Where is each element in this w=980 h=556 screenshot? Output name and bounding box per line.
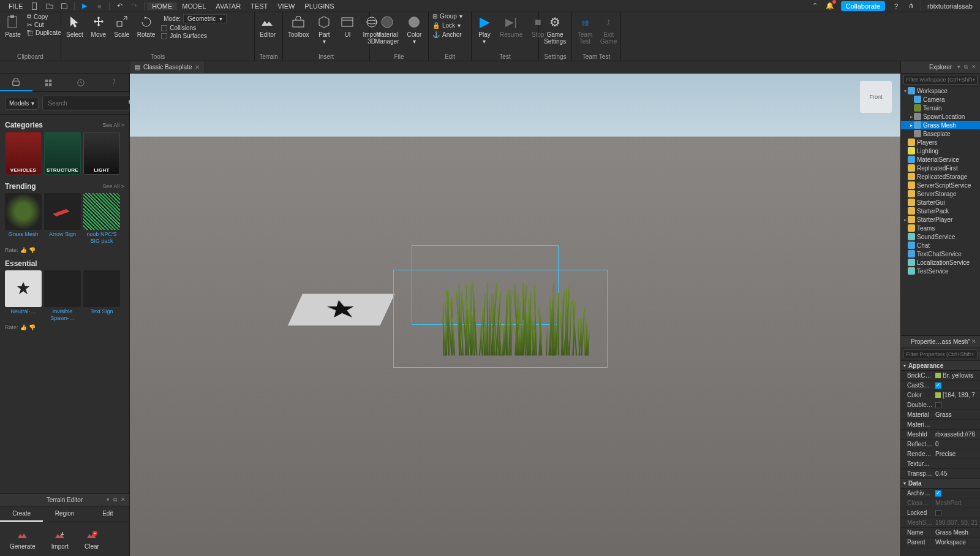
collisions-check[interactable]: Collisions — [161, 25, 229, 31]
essential-item-1[interactable]: Neutral-… — [5, 270, 42, 323]
tab-home[interactable]: HOME — [147, 2, 177, 10]
property-row[interactable]: MaterialGrass — [901, 410, 980, 420]
tab-view[interactable]: VIEW — [273, 2, 300, 10]
property-row[interactable]: Double… — [901, 400, 980, 410]
terrain-popout-icon[interactable]: ⧉ — [112, 497, 118, 503]
tree-row[interactable]: ReplicatedFirst — [901, 164, 980, 172]
property-row[interactable]: Reflect…0 — [901, 440, 980, 449]
tree-row[interactable]: TextChatService — [901, 249, 980, 258]
undo-icon[interactable]: ↶ — [115, 1, 124, 11]
tree-row[interactable]: Teams — [901, 224, 980, 232]
tab-avatar[interactable]: AVATAR — [211, 2, 246, 10]
play-button[interactable]: ▶Play▾ — [473, 13, 496, 46]
terrain-close-icon[interactable]: ✕ — [119, 497, 127, 503]
group-button[interactable]: ⊞ Group ▾ — [432, 13, 462, 20]
material-manager-button[interactable]: Material Manager — [371, 13, 402, 46]
properties-close-icon[interactable]: ✕ — [970, 338, 978, 345]
share-icon[interactable]: ⋔ — [906, 1, 916, 11]
essential-item-3[interactable]: Text Sign — [83, 270, 120, 323]
property-row[interactable]: Render…Precise — [901, 449, 980, 459]
tree-row[interactable]: TestService — [901, 267, 980, 275]
terrain-tab-edit[interactable]: Edit — [86, 506, 129, 522]
scale-button[interactable]: Scale — [110, 13, 134, 39]
tab-model[interactable]: MODEL — [177, 2, 211, 10]
essential-item-2[interactable]: Invisible Spawn-… — [44, 270, 81, 323]
tree-row[interactable]: StarterPack — [901, 207, 980, 215]
category-vehicles[interactable]: VEHICLES — [5, 132, 42, 175]
menu-file[interactable]: FILE — [4, 2, 28, 10]
categories-seeall[interactable]: See All > — [102, 122, 124, 128]
trending-item-2[interactable]: Arrow Sign — [44, 193, 81, 246]
tree-row[interactable]: ServerScriptService — [901, 181, 980, 189]
axis-gizmo[interactable]: Front — [860, 81, 892, 113]
help-icon[interactable]: ? — [891, 1, 901, 11]
redo-icon[interactable]: ↷ — [129, 1, 139, 11]
copy-button[interactable]: ⧉ Copy — [27, 13, 61, 20]
property-row[interactable]: CastSh… — [901, 381, 980, 390]
thumbs-up-icon[interactable]: 👍 — [20, 247, 27, 253]
category-structure[interactable]: STRUCTURE — [44, 132, 81, 175]
select-button[interactable]: Select — [62, 13, 87, 39]
color-button[interactable]: Color▾ — [402, 13, 426, 46]
explorer-dropdown-icon[interactable]: ▾ — [956, 64, 962, 70]
properties-filter-input[interactable] — [903, 349, 978, 359]
resume-button[interactable]: ▶|Resume — [496, 13, 526, 39]
tree-row[interactable]: Terrain — [901, 104, 980, 112]
exit-game-button[interactable]: ⤴Exit Game — [597, 13, 620, 46]
tree-row[interactable]: Lighting — [901, 147, 980, 155]
terrain-generate-button[interactable]: Generate — [6, 527, 39, 551]
properties-popout-icon[interactable]: ⧉ — [963, 338, 969, 345]
tree-row[interactable]: Players — [901, 138, 980, 147]
spawn-location-object[interactable] — [288, 294, 394, 325]
category-light[interactable]: LIGHT — [83, 132, 120, 175]
explorer-popout-icon[interactable]: ⧉ — [963, 64, 969, 70]
explorer-close-icon[interactable]: ✕ — [970, 64, 978, 70]
toolbox-tab-inventory[interactable] — [32, 74, 65, 91]
tree-row[interactable]: ▸StarterPlayer — [901, 215, 980, 224]
thumbs-down-icon[interactable]: 👎 — [29, 324, 36, 330]
new-icon[interactable] — [30, 1, 40, 11]
tree-row[interactable]: ▸Grass Mesh — [901, 121, 980, 129]
mode-dropdown[interactable]: Geometric ▾ — [183, 14, 227, 23]
toolbox-tab-creations[interactable] — [97, 74, 129, 91]
save-icon[interactable] — [59, 1, 69, 11]
ui-button[interactable]: UI — [336, 13, 359, 39]
tree-row[interactable]: SoundService — [901, 232, 980, 241]
collaborate-button[interactable]: Collaborate — [841, 1, 885, 11]
property-row[interactable]: BrickCo…Br. yellowis — [901, 371, 980, 381]
tree-row[interactable]: ServerStorage — [901, 189, 980, 198]
property-row[interactable]: MeshSize190.807, 50, 21 — [901, 518, 980, 528]
explorer-tree[interactable]: ▾WorkspaceCameraTerrain▸SpawnLocation▸Gr… — [901, 86, 980, 335]
toolbox-search-input[interactable] — [45, 100, 128, 107]
property-row[interactable]: TextureID — [901, 459, 980, 469]
terrain-clear-button[interactable]: Clear — [81, 527, 103, 551]
team-test-button[interactable]: 👥Team Test — [573, 13, 597, 46]
property-row[interactable]: Transp…0.45 — [901, 469, 980, 479]
property-row[interactable]: MeshIdrbxassetid://76 — [901, 430, 980, 440]
viewport[interactable]: Front — [130, 74, 900, 556]
trending-item-1[interactable]: Grass Mesh — [5, 193, 42, 246]
terrain-import-button[interactable]: Import — [48, 527, 72, 551]
tree-row[interactable]: Chat — [901, 241, 980, 249]
expand-up-icon[interactable]: ⌃ — [810, 1, 820, 11]
terrain-tab-create[interactable]: Create — [0, 506, 43, 522]
property-row[interactable]: Locked — [901, 508, 980, 518]
move-button[interactable]: Move — [87, 13, 110, 39]
tree-row[interactable]: LocalizationService — [901, 258, 980, 267]
explorer-filter-input[interactable] — [903, 75, 978, 85]
properties-list[interactable]: ▾AppearanceBrickCo…Br. yellowisCastSh…Co… — [901, 361, 980, 556]
tree-row[interactable]: ▾Workspace — [901, 86, 980, 95]
toolbox-button[interactable]: Toolbox — [284, 13, 312, 39]
stop-quick-icon[interactable]: ■ — [94, 1, 104, 11]
paste-button[interactable]: Paste — [1, 13, 24, 39]
close-tab-icon[interactable]: ✕ — [195, 64, 200, 70]
thumbs-down-icon[interactable]: 👎 — [29, 247, 36, 253]
lock-button[interactable]: 🔒 Lock ▾ — [432, 22, 462, 29]
terrain-tab-region[interactable]: Region — [43, 506, 86, 522]
property-row[interactable]: Color[164, 189, 7 — [901, 390, 980, 400]
tree-row[interactable]: Baseplate — [901, 129, 980, 138]
tree-row[interactable]: ReplicatedStorage — [901, 172, 980, 181]
notification-icon[interactable]: 🔔 — [825, 1, 835, 11]
play-quick-icon[interactable]: ▶ — [80, 1, 89, 11]
anchor-button[interactable]: ⚓ Anchor — [432, 31, 462, 38]
